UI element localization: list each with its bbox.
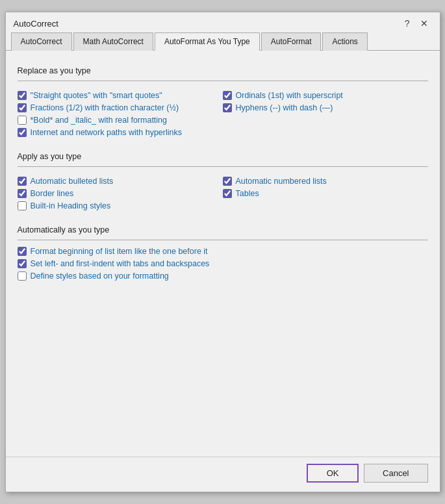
tab-autoformat-as-you-type[interactable]: AutoFormat As You Type [155, 32, 260, 51]
cancel-button[interactable]: Cancel [364, 464, 427, 483]
list-item: Fractions (1/2) with fraction character … [18, 103, 223, 112]
automatically-divider [18, 240, 428, 240]
heading-styles-label: Built-in Heading styles [31, 201, 111, 210]
list-item: Border lines [18, 189, 223, 198]
tab-autocorrect[interactable]: AutoCorrect [11, 32, 72, 51]
list-item: *Bold* and _italic_ with real formatting [18, 116, 223, 125]
internet-paths-label: Internet and network paths with hyperlin… [31, 128, 182, 137]
ok-button[interactable]: OK [307, 464, 359, 483]
ordinals-checkbox[interactable] [223, 91, 232, 100]
apply-columns: Automatic bulleted lists Border lines Bu… [18, 173, 428, 214]
autocorrect-dialog: AutoCorrect ? ✕ AutoCorrect Math AutoCor… [5, 12, 440, 492]
replace-section-label: Replace as you type [18, 66, 428, 75]
tab-content: Replace as you type "Straight quotes" wi… [6, 51, 440, 457]
apply-right-col: Automatic numbered lists Tables [223, 173, 428, 214]
dialog-title: AutoCorrect [14, 19, 58, 29]
tab-actions[interactable]: Actions [322, 32, 367, 51]
tab-bar: AutoCorrect Math AutoCorrect AutoFormat … [6, 32, 440, 51]
bold-italic-checkbox[interactable] [18, 116, 27, 125]
help-button[interactable]: ? [401, 18, 414, 29]
ordinals-label: Ordinals (1st) with superscript [236, 91, 343, 100]
list-item: Define styles based on your formatting [18, 271, 428, 281]
tab-math-autocorrect[interactable]: Math AutoCorrect [73, 32, 153, 51]
replace-columns: "Straight quotes" with "smart quotes" Fr… [18, 88, 428, 140]
close-button[interactable]: ✕ [416, 18, 432, 29]
apply-section-label: Apply as you type [18, 152, 428, 161]
internet-paths-checkbox[interactable] [18, 128, 27, 137]
format-beginning-checkbox[interactable] [18, 247, 27, 256]
fractions-label: Fractions (1/2) with fraction character … [31, 103, 179, 112]
auto-bullet-checkbox[interactable] [18, 177, 27, 186]
title-bar: AutoCorrect ? ✕ [6, 12, 440, 32]
replace-section: Replace as you type "Straight quotes" wi… [18, 66, 428, 140]
straight-quotes-label: "Straight quotes" with "smart quotes" [31, 91, 162, 100]
list-item: Tables [223, 189, 428, 198]
list-item: Set left- and first-indent with tabs and… [18, 259, 428, 268]
apply-left-col: Automatic bulleted lists Border lines Bu… [18, 173, 223, 214]
bold-italic-label: *Bold* and _italic_ with real formatting [31, 116, 168, 125]
set-indent-checkbox[interactable] [18, 259, 27, 268]
hyphens-checkbox[interactable] [223, 103, 232, 112]
list-item: Automatic numbered lists [223, 177, 428, 186]
auto-bullet-label: Automatic bulleted lists [31, 177, 114, 186]
apply-section: Apply as you type Automatic bulleted lis… [18, 152, 428, 214]
auto-numbered-label: Automatic numbered lists [236, 177, 327, 186]
list-item: Format beginning of list item like the o… [18, 247, 428, 256]
heading-styles-checkbox[interactable] [18, 201, 27, 210]
hyphens-label: Hyphens (--) with dash (—) [236, 103, 333, 112]
define-styles-label: Define styles based on your formatting [31, 271, 169, 281]
set-indent-label: Set left- and first-indent with tabs and… [31, 259, 210, 268]
list-item: Automatic bulleted lists [18, 177, 223, 186]
title-bar-controls: ? ✕ [401, 18, 432, 29]
automatically-section: Automatically as you type Format beginni… [18, 225, 428, 281]
tables-label: Tables [236, 189, 259, 198]
replace-divider [18, 81, 428, 81]
format-beginning-label: Format beginning of list item like the o… [31, 247, 208, 256]
straight-quotes-checkbox[interactable] [18, 91, 27, 100]
list-item: Built-in Heading styles [18, 201, 223, 210]
border-lines-checkbox[interactable] [18, 189, 27, 198]
apply-divider [18, 166, 428, 167]
list-item: "Straight quotes" with "smart quotes" [18, 91, 223, 100]
replace-left-col: "Straight quotes" with "smart quotes" Fr… [18, 88, 223, 140]
border-lines-label: Border lines [31, 189, 74, 198]
list-item: Internet and network paths with hyperlin… [18, 128, 223, 137]
define-styles-checkbox[interactable] [18, 271, 27, 281]
tables-checkbox[interactable] [223, 189, 232, 198]
fractions-checkbox[interactable] [18, 103, 27, 112]
replace-right-col: Ordinals (1st) with superscript Hyphens … [223, 88, 428, 140]
tab-autoformat[interactable]: AutoFormat [261, 32, 322, 51]
list-item: Hyphens (--) with dash (—) [223, 103, 428, 112]
auto-numbered-checkbox[interactable] [223, 177, 232, 186]
dialog-footer: OK Cancel [6, 457, 440, 492]
automatically-section-label: Automatically as you type [18, 225, 428, 234]
list-item: Ordinals (1st) with superscript [223, 91, 428, 100]
